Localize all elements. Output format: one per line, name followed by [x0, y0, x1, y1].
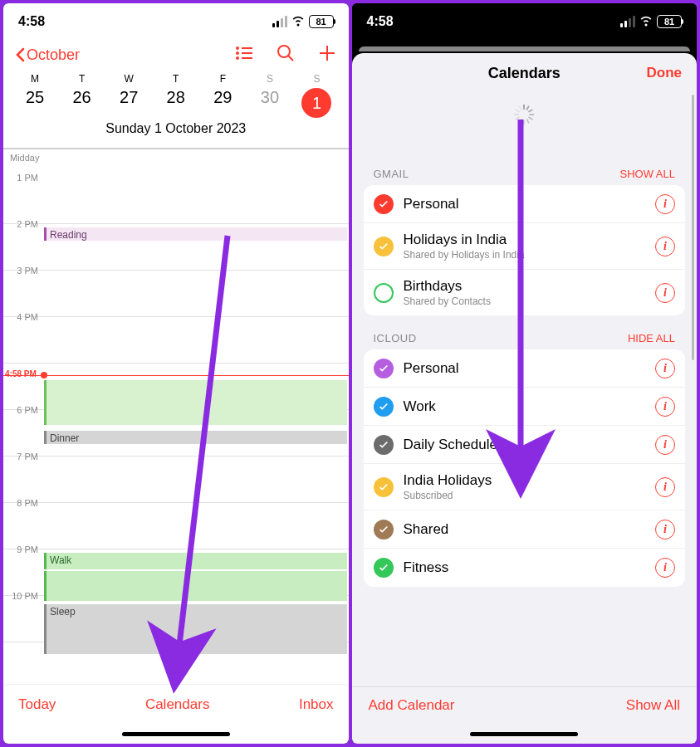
date-29[interactable]: 29: [206, 88, 239, 118]
hour-6pm: 6 PM: [3, 405, 43, 415]
event-sleep[interactable]: Sleep: [44, 604, 347, 654]
hour-10pm: 10 PM: [3, 591, 43, 601]
sheet-bottom-bar: Add Calendar Show All: [352, 686, 698, 724]
svg-point-6: [278, 46, 290, 57]
checkmark-icon[interactable]: [374, 237, 394, 256]
calendar-item[interactable]: Fitnessi: [364, 549, 686, 587]
calendar-name: Daily Schedule: [404, 437, 656, 453]
checkmark-icon[interactable]: [374, 558, 394, 578]
section-label: ICLOUD: [374, 332, 417, 344]
svg-rect-19: [515, 116, 520, 120]
svg-rect-20: [514, 114, 519, 115]
section-header-gmail: GMAIL SHOW ALL: [352, 168, 698, 185]
add-calendar-button[interactable]: Add Calendar: [369, 697, 455, 714]
now-indicator: [3, 375, 349, 376]
show-all-button[interactable]: Show All: [626, 697, 680, 714]
date-25[interactable]: 25: [18, 88, 51, 118]
svg-rect-12: [526, 105, 531, 110]
checkmark-icon[interactable]: [374, 477, 394, 497]
checkmark-icon[interactable]: [374, 194, 394, 214]
scroll-indicator[interactable]: [692, 95, 694, 360]
svg-rect-16: [526, 119, 531, 124]
calendar-name: Holidays in India: [404, 232, 656, 248]
weekday-row: MTWTFSS: [15, 73, 337, 85]
event-reading[interactable]: Reading: [44, 227, 347, 241]
list-icon[interactable]: [234, 43, 254, 66]
calendar-item[interactable]: Holidays in IndiaShared by Holidays in I…: [364, 223, 686, 270]
date-1[interactable]: 1: [300, 88, 333, 118]
calendars-sheet: Calendars Done GMAIL SHOW ALL Personal i: [352, 53, 698, 744]
svg-point-0: [237, 47, 238, 49]
svg-rect-13: [528, 109, 533, 113]
cellular-icon: [620, 16, 635, 27]
battery-icon: 81: [309, 15, 334, 28]
calendars-button[interactable]: Calendars: [145, 696, 210, 713]
date-27[interactable]: 27: [112, 88, 145, 118]
unchecked-circle-icon[interactable]: [374, 283, 394, 303]
calendar-item[interactable]: Personali: [364, 349, 686, 388]
loading-spinner-icon: [512, 103, 536, 126]
bottom-toolbar: Today Calendars Inbox: [3, 684, 349, 724]
hide-all-button[interactable]: HIDE ALL: [628, 332, 675, 344]
info-icon[interactable]: i: [655, 558, 675, 578]
wifi-icon: [291, 12, 306, 31]
icloud-card: Personali Worki Daily Schedulei India Ho…: [364, 349, 686, 587]
calendar-item[interactable]: BirthdaysShared by Contacts i: [364, 270, 686, 315]
calendar-item[interactable]: Personal i: [364, 185, 686, 223]
info-icon[interactable]: i: [655, 435, 675, 455]
done-button[interactable]: Done: [647, 65, 683, 81]
section-label: GMAIL: [374, 168, 409, 180]
svg-rect-11: [523, 105, 525, 110]
section-header-icloud: ICLOUD HIDE ALL: [352, 332, 698, 349]
calendar-item[interactable]: Worki: [364, 388, 686, 426]
home-indicator[interactable]: [3, 724, 349, 744]
status-time: 4:58: [18, 14, 45, 29]
checkmark-icon[interactable]: [374, 435, 394, 455]
add-icon[interactable]: [317, 43, 337, 66]
event-walk[interactable]: Walk: [44, 553, 347, 569]
calendar-subtitle: Shared by Holidays in India: [404, 249, 656, 261]
svg-rect-14: [529, 114, 534, 115]
info-icon[interactable]: i: [655, 194, 675, 214]
calendar-item[interactable]: Sharedi: [364, 510, 686, 549]
hour-7pm: 7 PM: [3, 452, 43, 461]
calendar-item[interactable]: Daily Schedulei: [364, 426, 686, 464]
calendar-name: India Holidays: [404, 472, 656, 489]
today-button[interactable]: Today: [18, 696, 56, 713]
event-block-green2[interactable]: [44, 571, 347, 601]
svg-line-7: [288, 56, 293, 61]
calendar-name: Work: [404, 398, 656, 415]
date-30[interactable]: 30: [253, 88, 286, 118]
inbox-button[interactable]: Inbox: [299, 696, 334, 713]
svg-rect-18: [518, 119, 522, 124]
svg-rect-15: [528, 116, 533, 120]
home-indicator[interactable]: [352, 724, 698, 744]
info-icon[interactable]: i: [655, 397, 675, 417]
status-bar: 4:58 81: [352, 3, 698, 40]
calendar-item[interactable]: India HolidaysSubscribedi: [364, 464, 686, 510]
calendar-subtitle: Shared by Contacts: [404, 295, 656, 307]
calendar-header: October MTWTFSS 25 26 27 28 29 30 1: [3, 40, 349, 143]
show-all-button[interactable]: SHOW ALL: [620, 168, 675, 180]
info-icon[interactable]: i: [655, 477, 675, 497]
back-button[interactable]: October: [15, 46, 80, 64]
svg-point-4: [237, 57, 238, 59]
hour-2pm: 2 PM: [3, 219, 43, 229]
info-icon[interactable]: i: [655, 283, 675, 303]
info-icon[interactable]: i: [655, 359, 675, 378]
date-28[interactable]: 28: [159, 88, 193, 118]
phone-left: 4:58 81 October MTWTFSS: [3, 3, 349, 744]
info-icon[interactable]: i: [655, 520, 675, 540]
checkmark-icon[interactable]: [374, 520, 394, 540]
search-icon[interactable]: [276, 43, 296, 66]
date-26[interactable]: 26: [66, 88, 99, 118]
phone-right: 4:58 81 Calendars Done GMAIL SHOW ALL: [352, 3, 698, 744]
checkmark-icon[interactable]: [374, 359, 394, 378]
hour-9pm: 9 PM: [3, 544, 43, 554]
info-icon[interactable]: i: [655, 237, 675, 256]
timeline[interactable]: Midday 1 PM 2 PM 3 PM 4 PM 6 PM 7 PM 8 P…: [3, 149, 349, 684]
checkmark-icon[interactable]: [374, 397, 394, 417]
event-dinner[interactable]: Dinner: [44, 431, 347, 444]
calendar-subtitle: Subscribed: [404, 490, 656, 501]
event-block-green[interactable]: [44, 380, 347, 425]
